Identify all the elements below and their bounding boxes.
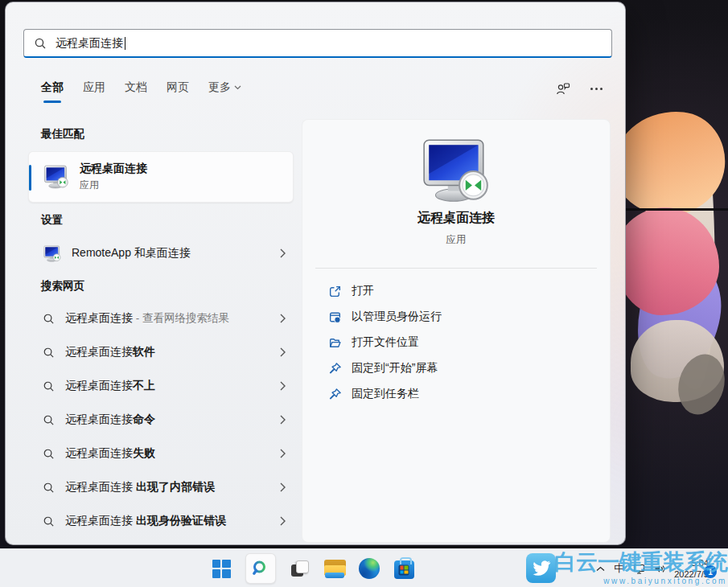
preview-subtitle: 应用 — [302, 233, 610, 247]
settings-result-remoteapp[interactable]: RemoteApp 和桌面连接 — [28, 237, 294, 269]
notification-badge[interactable]: 1 — [704, 565, 717, 578]
suggestion-text: 远程桌面连接不上 — [65, 379, 155, 393]
search-input[interactable]: 远程桌面连接 — [23, 29, 612, 58]
tab-label: 应用 — [83, 80, 105, 95]
action-label: 固定到“开始”屏幕 — [352, 361, 438, 376]
selection-accent-bar — [29, 165, 31, 191]
web-suggestions-list: 远程桌面连接 - 查看网络搜索结果远程桌面连接软件远程桌面连接不上远程桌面连接命… — [28, 302, 294, 538]
suggestion-text: 远程桌面连接 出现身份验证错误 — [65, 514, 226, 528]
suggestion-text: 远程桌面连接 出现了内部错误 — [65, 480, 215, 495]
web-suggestion-row[interactable]: 远程桌面连接失败 — [28, 437, 294, 470]
suggestion-text: 远程桌面连接 - 查看网络搜索结果 — [65, 311, 229, 326]
remote-desktop-icon — [43, 245, 62, 262]
store-icon[interactable] — [393, 558, 414, 579]
action-open[interactable]: 打开 — [315, 278, 597, 304]
action-label: 以管理员身份运行 — [352, 310, 442, 324]
search-flyout-panel: 远程桌面连接 全部应用文档网页更多 最佳匹配 远程桌面连接 应用 设置 Remo… — [5, 2, 626, 545]
search-icon — [43, 515, 55, 527]
tab-more[interactable]: 更多 — [208, 80, 241, 103]
result-preview-pane: 远程桌面连接 应用 打开以管理员身份运行打开文件位置固定到“开始”屏幕固定到任务… — [302, 119, 611, 543]
search-icon — [43, 380, 55, 392]
suggestion-text: 远程桌面连接软件 — [65, 345, 155, 359]
chevron-right-icon — [280, 381, 286, 391]
search-query-text: 远程桌面连接 — [56, 36, 123, 51]
clock-time: 5:04 — [674, 557, 709, 569]
task-view-icon[interactable] — [290, 558, 311, 579]
search-icon — [43, 414, 55, 426]
edge-icon[interactable] — [359, 558, 380, 579]
action-label: 打开文件位置 — [352, 335, 419, 350]
taskbar: 中 5:04 2022/7/5 1 — [0, 548, 728, 587]
chevron-right-icon — [280, 449, 286, 458]
search-icon — [34, 37, 47, 50]
chevron-right-icon — [280, 314, 286, 323]
chevron-right-icon — [280, 482, 286, 492]
remote-desktop-icon — [419, 138, 493, 203]
best-match-result[interactable]: 远程桌面连接 应用 — [28, 151, 294, 203]
pin-icon — [328, 388, 342, 401]
taskbar-clock[interactable]: 5:04 2022/7/5 — [674, 557, 709, 581]
text-caret — [125, 37, 125, 50]
network-icon[interactable] — [633, 564, 645, 574]
search-icon — [43, 313, 55, 325]
tab-web[interactable]: 网页 — [167, 80, 189, 103]
search-icon — [43, 347, 55, 359]
action-label: 打开 — [352, 284, 374, 298]
divider — [315, 268, 597, 269]
preview-actions-list: 打开以管理员身份运行打开文件位置固定到“开始”屏幕固定到任务栏 — [315, 278, 597, 407]
chevron-right-icon — [280, 516, 286, 526]
search-account-icon[interactable] — [555, 81, 571, 96]
chevron-right-icon — [280, 415, 286, 425]
best-match-subtitle: 应用 — [80, 179, 147, 192]
section-header-settings: 设置 — [41, 213, 63, 228]
action-pin[interactable]: 固定到“开始”屏幕 — [315, 355, 597, 381]
tab-label: 文档 — [125, 80, 147, 95]
settings-result-label: RemoteApp 和桌面连接 — [72, 246, 191, 261]
remote-desktop-icon — [43, 165, 70, 189]
folder-icon — [328, 336, 342, 350]
chevron-down-icon — [234, 85, 241, 90]
wallpaper-line — [626, 208, 728, 211]
pin-icon — [328, 362, 342, 376]
start-icon[interactable] — [211, 558, 232, 579]
file-explorer-icon[interactable] — [324, 558, 345, 579]
section-header-best-match: 最佳匹配 — [41, 127, 84, 142]
chevron-right-icon — [280, 248, 286, 258]
web-suggestion-row[interactable]: 远程桌面连接不上 — [28, 369, 294, 403]
action-pin[interactable]: 固定到任务栏 — [315, 381, 597, 407]
search-icon — [43, 448, 55, 460]
suggestion-text: 远程桌面连接失败 — [65, 446, 155, 461]
action-folder[interactable]: 打开文件位置 — [315, 330, 597, 355]
tab-label: 网页 — [167, 80, 189, 95]
web-suggestion-row[interactable]: 远程桌面连接 - 查看网络搜索结果 — [28, 302, 294, 335]
web-suggestion-row[interactable]: 远程桌面连接 出现身份验证错误 — [28, 504, 294, 538]
open-icon — [328, 285, 342, 298]
web-suggestion-row[interactable]: 远程桌面连接 出现了内部错误 — [28, 470, 294, 504]
suggestion-text: 远程桌面连接命令 — [65, 413, 155, 427]
preview-title: 远程桌面连接 — [302, 210, 610, 227]
run-admin-icon — [328, 310, 342, 324]
tab-documents[interactable]: 文档 — [125, 80, 147, 103]
more-options-icon[interactable] — [590, 88, 603, 90]
section-header-web-search: 搜索网页 — [41, 279, 84, 294]
action-label: 固定到任务栏 — [352, 387, 419, 401]
action-run-admin[interactable]: 以管理员身份运行 — [315, 304, 597, 330]
ime-indicator[interactable]: 中 — [614, 561, 624, 576]
tab-apps[interactable]: 应用 — [83, 80, 105, 103]
search-icon — [43, 482, 55, 494]
search-icon[interactable] — [245, 553, 276, 584]
tab-label: 全部 — [41, 80, 64, 95]
search-filter-tabs: 全部应用文档网页更多 — [41, 80, 241, 103]
hidden-icons-chevron-icon[interactable] — [596, 566, 605, 572]
web-suggestion-row[interactable]: 远程桌面连接软件 — [28, 335, 294, 369]
web-suggestion-row[interactable]: 远程桌面连接命令 — [28, 403, 294, 437]
volume-icon[interactable] — [654, 564, 665, 574]
best-match-title: 远程桌面连接 — [80, 162, 147, 176]
chevron-right-icon — [280, 347, 286, 357]
tab-all[interactable]: 全部 — [41, 80, 64, 103]
tab-label: 更多 — [208, 80, 231, 95]
